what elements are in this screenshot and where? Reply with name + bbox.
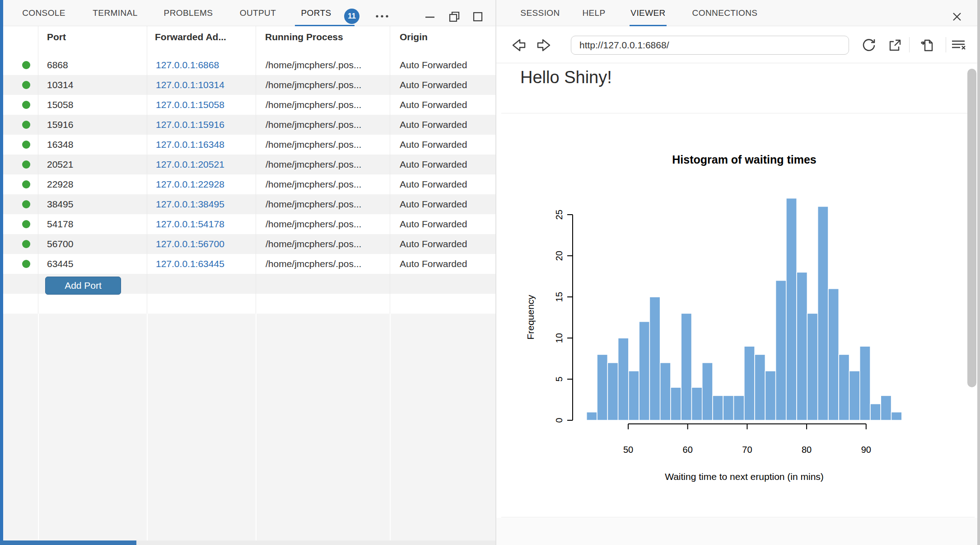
histogram-bar [765, 371, 775, 420]
table-row[interactable]: 16348127.0.0.1:16348/home/jmcphers/.pos.… [0, 135, 495, 155]
clear-viewer-icon[interactable] [950, 38, 966, 52]
port-status-dot [22, 180, 30, 188]
port-status-dot [22, 240, 30, 248]
panel-accent-bar [0, 0, 3, 540]
histogram-bar [629, 371, 639, 420]
running-process-cell: /home/jmcphers/.pos... [266, 119, 361, 130]
origin-cell: Auto Forwarded [400, 99, 467, 110]
running-process-cell: /home/jmcphers/.pos... [266, 258, 361, 269]
reload-icon[interactable] [861, 38, 877, 53]
restore-window-icon[interactable] [448, 10, 461, 23]
plot-title: Histogram of waiting times [672, 153, 816, 166]
open-external-icon[interactable] [887, 38, 902, 52]
histogram-bar [891, 412, 902, 420]
maximize-icon[interactable] [472, 11, 484, 23]
tab-help[interactable]: HELP [582, 0, 605, 26]
panel-empty-area [0, 314, 495, 540]
histogram-bar [671, 387, 681, 420]
tab-problems[interactable]: PROBLEMS [164, 0, 213, 26]
histogram-bar [839, 354, 849, 420]
port-status-dot [22, 160, 30, 169]
forwarded-address-link[interactable]: 127.0.0.1:15916 [156, 119, 224, 130]
table-row[interactable]: 54178127.0.0.1:54178/home/jmcphers/.pos.… [0, 214, 495, 234]
y-tick-label: 10 [554, 333, 564, 343]
histogram-bar [786, 198, 797, 420]
forwarded-address-link[interactable]: 127.0.0.1:10314 [156, 80, 224, 90]
forwarded-address-link[interactable]: 127.0.0.1:38495 [156, 199, 224, 210]
origin-cell: Auto Forwarded [400, 258, 467, 269]
url-input[interactable]: http://127.0.0.1:6868/ [571, 36, 849, 55]
running-process-cell: /home/jmcphers/.pos... [266, 139, 361, 150]
tab-session[interactable]: SESSION [520, 0, 560, 26]
more-actions-icon[interactable] [375, 14, 389, 19]
tab-terminal[interactable]: TERMINAL [93, 0, 137, 26]
forwarded-address-link[interactable]: 127.0.0.1:16348 [156, 139, 224, 150]
forwarded-address-link[interactable]: 127.0.0.1:63445 [156, 258, 224, 269]
histogram-bar [649, 297, 660, 420]
back-icon[interactable] [510, 38, 527, 53]
forwarded-address-link[interactable]: 127.0.0.1:56700 [156, 239, 224, 249]
port-cell: 6868 [47, 60, 68, 70]
table-row[interactable]: 56700127.0.0.1:56700/home/jmcphers/.pos.… [0, 234, 495, 254]
table-row[interactable]: 38495127.0.0.1:38495/home/jmcphers/.pos.… [0, 194, 495, 214]
table-row[interactable]: 22928127.0.0.1:22928/home/jmcphers/.pos.… [0, 174, 495, 194]
origin-cell: Auto Forwarded [400, 60, 467, 70]
port-cell: 22928 [47, 179, 73, 190]
panel-separator[interactable] [495, 0, 496, 545]
tab-connections[interactable]: CONNECTIONS [692, 0, 758, 26]
x-tick-label: 80 [802, 445, 812, 455]
close-panel-icon[interactable] [951, 11, 963, 23]
y-axis-label: Frequency [525, 295, 536, 340]
port-status-dot [22, 260, 30, 268]
toolbar-separator [946, 37, 946, 52]
empty-row [0, 294, 495, 314]
x-tick-label: 70 [742, 445, 752, 455]
port-status-dot [22, 81, 30, 89]
port-cell: 10314 [47, 80, 73, 90]
table-row[interactable]: 6868127.0.0.1:6868/home/jmcphers/.pos...… [0, 55, 495, 75]
forward-icon[interactable] [536, 38, 553, 53]
table-row[interactable]: 15058127.0.0.1:15058/home/jmcphers/.pos.… [0, 95, 495, 115]
histogram-bar [587, 412, 597, 420]
column-divider [147, 26, 147, 314]
tab-output[interactable]: OUTPUT [240, 0, 276, 26]
save-to-editor-icon[interactable] [919, 38, 934, 53]
forwarded-address-link[interactable]: 127.0.0.1:6868 [156, 60, 219, 70]
origin-cell: Auto Forwarded [400, 219, 467, 230]
histogram-bar [818, 207, 828, 420]
histogram-bar [734, 395, 744, 420]
port-cell: 15916 [47, 119, 73, 130]
histogram-bar [755, 354, 765, 420]
column-header-origin: Origin [400, 32, 428, 42]
port-cell: 15058 [47, 99, 73, 110]
running-process-cell: /home/jmcphers/.pos... [266, 199, 361, 210]
histogram-bar [607, 363, 618, 420]
column-divider [38, 314, 39, 540]
y-tick-label: 25 [554, 210, 564, 220]
tab-console[interactable]: CONSOLE [22, 0, 65, 26]
table-row[interactable]: 20521127.0.0.1:20521/home/jmcphers/.pos.… [0, 155, 495, 174]
table-row[interactable]: 63445127.0.0.1:63445/home/jmcphers/.pos.… [0, 254, 495, 274]
histogram-bar [744, 346, 755, 420]
ports-count-badge: 11 [344, 9, 359, 24]
horizontal-scrollbar-thumb[interactable] [0, 540, 136, 545]
tab-viewer[interactable]: VIEWER [630, 0, 665, 26]
running-process-cell: /home/jmcphers/.pos... [266, 179, 361, 190]
tab-ports[interactable]: PORTS [301, 0, 331, 26]
running-process-cell: /home/jmcphers/.pos... [266, 159, 361, 170]
forwarded-address-link[interactable]: 127.0.0.1:15058 [156, 99, 224, 110]
forwarded-address-link[interactable]: 127.0.0.1:22928 [156, 179, 224, 190]
add-port-button[interactable]: Add Port [45, 277, 121, 295]
forwarded-address-link[interactable]: 127.0.0.1:20521 [156, 159, 224, 170]
horizontal-scrollbar[interactable] [0, 540, 495, 545]
histogram-bar [702, 363, 713, 420]
minimize-icon[interactable] [424, 11, 436, 23]
table-row[interactable]: 10314127.0.0.1:10314/home/jmcphers/.pos.… [0, 75, 495, 95]
column-header-process: Running Process [265, 32, 343, 42]
forwarded-address-link[interactable]: 127.0.0.1:54178 [156, 219, 224, 230]
table-row[interactable]: 15916127.0.0.1:15916/home/jmcphers/.pos.… [0, 115, 495, 135]
running-process-cell: /home/jmcphers/.pos... [266, 239, 361, 249]
y-tick-label: 0 [554, 418, 564, 423]
x-tick-label: 50 [623, 445, 633, 455]
vertical-scrollbar-thumb[interactable] [967, 69, 976, 387]
